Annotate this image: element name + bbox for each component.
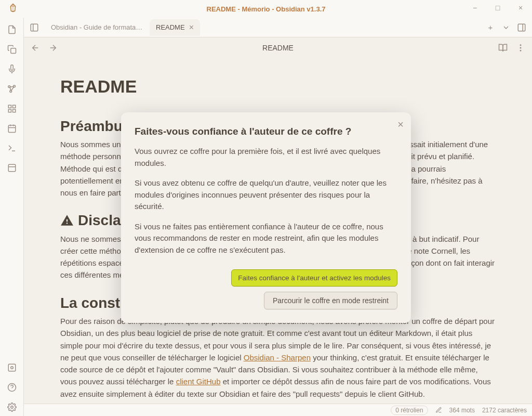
status-words[interactable]: 364 mots	[449, 407, 475, 414]
layout-icon[interactable]	[3, 159, 21, 177]
svg-rect-5	[8, 105, 11, 108]
close-window-button[interactable]: ×	[509, 0, 532, 16]
svg-rect-6	[12, 105, 15, 108]
more-options-icon[interactable]	[513, 41, 528, 55]
status-backlinks[interactable]: 0 rétrolien	[391, 406, 428, 415]
modal-text: Si vous ne faites pas entièrement confia…	[135, 221, 397, 256]
status-chars[interactable]: 2172 caractères	[482, 407, 527, 414]
view-header: README	[24, 37, 532, 58]
graph-icon[interactable]	[3, 80, 21, 98]
note-title[interactable]: README	[63, 44, 493, 52]
close-tab-icon[interactable]: ×	[189, 23, 194, 32]
modal-title: Faites-vous confiance à l'auteur de ce c…	[135, 126, 397, 137]
tab-readme[interactable]: README ×	[150, 19, 200, 36]
help-icon[interactable]	[3, 379, 21, 396]
link-github[interactable]: client GitHub	[176, 377, 221, 386]
microphone-icon[interactable]	[3, 60, 21, 78]
modal-close-button[interactable]: ×	[397, 119, 404, 131]
window-title: README - Mémorio - Obsidian v1.3.7	[207, 5, 326, 13]
copy-icon[interactable]	[3, 41, 21, 58]
modal-text: Vous ouvrez ce coffre pour la première f…	[135, 146, 397, 169]
command-icon[interactable]	[3, 139, 21, 157]
right-sidebar-toggle-icon[interactable]	[514, 20, 529, 35]
svg-rect-16	[8, 364, 16, 371]
modal-text: Si vous avez obtenu ce coffre de quelqu'…	[135, 177, 397, 213]
tab-label: README	[156, 23, 185, 31]
reading-mode-icon[interactable]	[496, 41, 510, 55]
svg-rect-23	[518, 24, 525, 31]
svg-point-2	[8, 86, 10, 88]
calendar-icon[interactable]	[3, 120, 21, 137]
trust-author-button[interactable]: Faites confiance à l'auteur et activez l…	[231, 269, 397, 287]
warning-icon	[60, 214, 74, 227]
modal-buttons: Faites confiance à l'auteur et activez l…	[135, 269, 397, 309]
status-bar: 0 rétrolien 364 mots 2172 caractères	[24, 404, 532, 416]
svg-point-28	[520, 47, 521, 48]
svg-rect-9	[8, 125, 16, 133]
svg-point-20	[10, 406, 13, 409]
collapse-sidebar-icon[interactable]	[27, 20, 42, 35]
minimize-button[interactable]: −	[463, 0, 486, 16]
heading-readme: README	[60, 73, 496, 100]
grid-icon[interactable]	[3, 100, 21, 118]
settings-icon[interactable]	[3, 398, 21, 416]
svg-rect-21	[31, 24, 38, 31]
svg-point-29	[520, 50, 521, 51]
svg-point-27	[520, 45, 521, 46]
window-controls: − □ ×	[463, 0, 532, 16]
tab-obsidian-guide[interactable]: Obsidian - Guide de formata…	[45, 19, 149, 36]
window-titlebar: README - Mémorio - Obsidian v1.3.7 − □ ×	[0, 0, 532, 18]
files-icon[interactable]	[3, 21, 21, 38]
svg-rect-7	[12, 110, 15, 112]
svg-rect-14	[8, 164, 16, 172]
nav-forward-button[interactable]	[46, 41, 60, 55]
trust-vault-modal: × Faites-vous confiance à l'auteur de ce…	[121, 112, 411, 323]
ribbon-sidebar	[0, 18, 24, 416]
new-tab-button[interactable]: +	[483, 20, 498, 35]
vault-icon[interactable]	[3, 359, 21, 376]
link-obsidian[interactable]: Obsidian - Sharpen	[244, 353, 311, 362]
svg-point-17	[10, 367, 13, 369]
paragraph: Pour des raison de simplicité, plutôt qu…	[60, 315, 496, 400]
maximize-button[interactable]: □	[486, 0, 509, 16]
tab-label: Obsidian - Guide de formata…	[51, 23, 142, 31]
svg-rect-0	[10, 48, 16, 54]
tab-chevron-down-icon[interactable]	[499, 20, 513, 35]
obsidian-logo-icon	[8, 3, 18, 15]
svg-rect-8	[8, 110, 11, 112]
nav-back-button[interactable]	[28, 41, 43, 55]
restricted-mode-button[interactable]: Parcourir le coffre en mode restreint	[264, 292, 397, 309]
status-edit-icon[interactable]	[435, 407, 442, 413]
tab-row: Obsidian - Guide de formata… README × +	[24, 18, 532, 37]
